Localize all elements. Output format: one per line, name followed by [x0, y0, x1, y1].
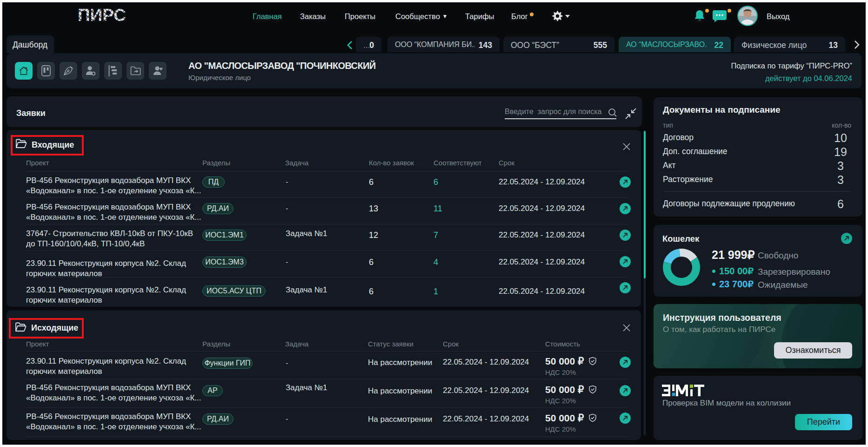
svg-text:ПИРС: ПИРС [78, 6, 126, 23]
